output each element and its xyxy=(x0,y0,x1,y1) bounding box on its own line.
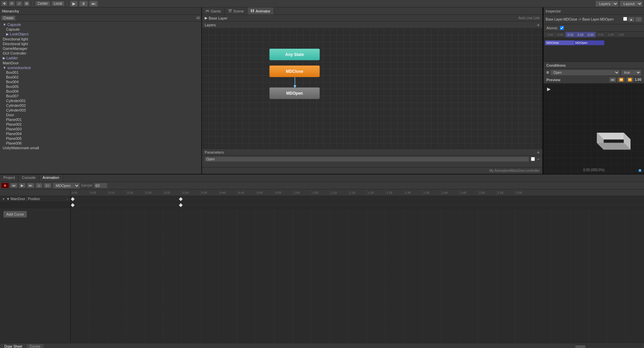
anim-ruler-mark: 1:45 xyxy=(460,189,478,196)
pause-btn[interactable]: ⏸ xyxy=(79,1,88,7)
hierarchy-item[interactable]: GameManager xyxy=(0,46,201,51)
add-curve-btn[interactable]: Add Curve xyxy=(3,211,27,218)
create-btn[interactable]: Create xyxy=(1,15,15,21)
hierarchy-item[interactable]: Plane001 xyxy=(0,117,201,122)
toolbar-scale-btn[interactable]: ⤢ xyxy=(16,1,22,6)
hierarchy-item[interactable]: UnityWatermark-small xyxy=(0,146,201,150)
track-expand-icon[interactable]: ▼ xyxy=(2,197,5,201)
track-maindoor-position[interactable]: ▼ ▼ MainDoor : Position ○ xyxy=(0,196,70,202)
anim-forward-btn[interactable]: ⏭ xyxy=(27,183,34,188)
anim-hscroll-thumb[interactable] xyxy=(575,345,585,348)
param-name-input[interactable] xyxy=(205,157,529,162)
hierarchy-item[interactable]: Box002 xyxy=(0,75,201,80)
inspector-expand-btn[interactable]: ▲ xyxy=(628,17,635,22)
param-checkbox[interactable] xyxy=(531,157,535,161)
anim-clip-select[interactable]: MDOpen xyxy=(53,183,80,189)
hierarchy-item[interactable]: Capsule xyxy=(0,27,201,32)
local-toggle-btn[interactable]: Local xyxy=(52,1,64,6)
track-edit-icon: ○ xyxy=(67,197,68,201)
anim-tab-animation[interactable]: Animation xyxy=(39,175,63,182)
add-curve-container: Add Curve xyxy=(0,208,70,220)
animator-canvas[interactable]: Any State MDClose MDOpen xyxy=(202,28,542,149)
toolbar-move-btn[interactable]: ✥ xyxy=(1,1,7,6)
layers-dropdown[interactable]: Layers xyxy=(596,1,618,7)
anim-add-event-btn[interactable]: |◇ xyxy=(44,183,52,188)
hierarchy-item[interactable]: Box001 xyxy=(0,70,201,75)
hierarchy-title: Hierarchy xyxy=(2,9,19,13)
hierarchy-item[interactable]: Box005 xyxy=(0,84,201,89)
footer-tab-curves[interactable]: Curves xyxy=(27,344,43,348)
hierarchy-item[interactable]: Directional light xyxy=(0,41,201,46)
hierarchy-item[interactable]: Plane003 xyxy=(0,127,201,131)
anim-add-key-btn[interactable]: ◇ xyxy=(36,183,42,188)
anim-hscroll[interactable] xyxy=(575,345,643,348)
anim-tracks-right[interactable] xyxy=(71,196,644,343)
inspector-enabled-checkbox[interactable] xyxy=(623,17,627,21)
keyframe-1[interactable] xyxy=(71,197,74,201)
anim-record-btn[interactable]: ⏺ xyxy=(1,183,9,188)
atomic-checkbox[interactable] xyxy=(560,26,564,30)
footer-tab-dopesheet[interactable]: Dope Sheet xyxy=(1,344,25,348)
anim-track-row-2[interactable] xyxy=(71,202,644,208)
hierarchy-item[interactable]: Cylinder003 xyxy=(0,108,201,113)
hierarchy-item[interactable]: GUI Controller xyxy=(0,51,201,56)
auto-live-link[interactable]: Auto Live Link xyxy=(518,16,540,20)
hierarchy-item[interactable]: Plane005 xyxy=(0,136,201,141)
toolbar-rect-btn[interactable]: ⊞ xyxy=(24,1,30,6)
anim-tab-project[interactable]: Project xyxy=(0,175,19,182)
hierarchy-item[interactable]: ▶ LookObject xyxy=(0,32,201,37)
param-minus-btn[interactable]: − xyxy=(537,156,540,162)
add-param-btn[interactable]: + xyxy=(537,150,540,155)
anim-rewind-btn[interactable]: ⏮ xyxy=(10,183,18,188)
inspector-options-btn[interactable]: ⋮ xyxy=(635,17,642,22)
hierarchy-item[interactable]: Door xyxy=(0,113,201,117)
hierarchy-item[interactable]: Box004 xyxy=(0,80,201,84)
keyframe-2[interactable] xyxy=(179,197,182,201)
tab-animator[interactable]: 🎞 Animator xyxy=(247,7,274,14)
hierarchy-item[interactable]: Cylinder002 xyxy=(0,103,201,108)
preview-rewind-btn[interactable]: ⏮ xyxy=(609,77,616,82)
anim-ruler-mark: 0:55 xyxy=(274,189,293,196)
hierarchy-item[interactable]: Cylinder001 xyxy=(0,98,201,103)
sample-input[interactable] xyxy=(94,183,107,188)
toolbar-rotate-btn[interactable]: ⟳ xyxy=(9,1,15,6)
keyframe-3[interactable] xyxy=(71,203,74,207)
preview-prev-btn[interactable]: ⏪ xyxy=(617,77,625,82)
cond-value-select[interactable]: true xyxy=(621,70,641,75)
preview-value: 1.00 xyxy=(635,78,641,82)
animator-header: ▶ Base Layer Auto Live Link xyxy=(202,15,542,22)
play-btn[interactable]: ▶ xyxy=(70,1,78,7)
state-any-state[interactable]: Any State xyxy=(269,49,320,60)
hierarchy-item[interactable]: MainDoor xyxy=(0,61,201,65)
anim-ruler-mark: 0:00 xyxy=(71,189,89,196)
hierarchy-item[interactable]: Box007 xyxy=(0,94,201,98)
breadcrumb-base-layer[interactable]: Base Layer xyxy=(209,16,228,20)
hierarchy-item[interactable]: Plane006 xyxy=(0,141,201,146)
hierarchy-item[interactable]: Box006 xyxy=(0,89,201,94)
tab-scene[interactable]: 🎬 Scene xyxy=(225,7,247,14)
hierarchy-item[interactable]: ▼ scenedoortest xyxy=(0,65,201,70)
anim-track-row-1[interactable] xyxy=(71,196,644,202)
hierarchy-item[interactable]: Plane004 xyxy=(0,131,201,136)
parameter-row: − xyxy=(202,156,542,162)
hierarchy-item[interactable]: Plane002 xyxy=(0,122,201,127)
center-toggle-btn[interactable]: Center xyxy=(35,1,50,6)
anim-tab-console[interactable]: Console xyxy=(19,175,39,182)
step-btn[interactable]: ⏭ xyxy=(89,1,98,7)
toolbar-right: Layers Layout xyxy=(596,1,643,7)
state-mdclose[interactable]: MDClose xyxy=(269,65,320,77)
track-bar-mdopen[interactable]: MDOpen xyxy=(574,40,604,45)
hierarchy-item[interactable]: Directional light xyxy=(0,37,201,41)
cond-param-select[interactable]: Open xyxy=(550,70,620,75)
anim-play-btn[interactable]: ▶ xyxy=(19,183,26,188)
hierarchy-item[interactable]: ▶ Ladder xyxy=(0,56,201,61)
hierarchy-item[interactable]: ▼ Capsule xyxy=(0,22,201,27)
preview-next-btn[interactable]: ⏩ xyxy=(626,77,634,82)
keyframe-4[interactable] xyxy=(179,203,182,207)
add-layer-btn[interactable]: + xyxy=(537,22,540,28)
layout-dropdown[interactable]: Layout xyxy=(620,1,643,7)
tab-game[interactable]: 🎮 Game xyxy=(202,7,225,14)
state-mdopen[interactable]: MDOpen xyxy=(269,87,320,99)
toolbar-sep1 xyxy=(32,1,33,6)
anim-ruler-mark: 0:40 xyxy=(219,189,237,196)
